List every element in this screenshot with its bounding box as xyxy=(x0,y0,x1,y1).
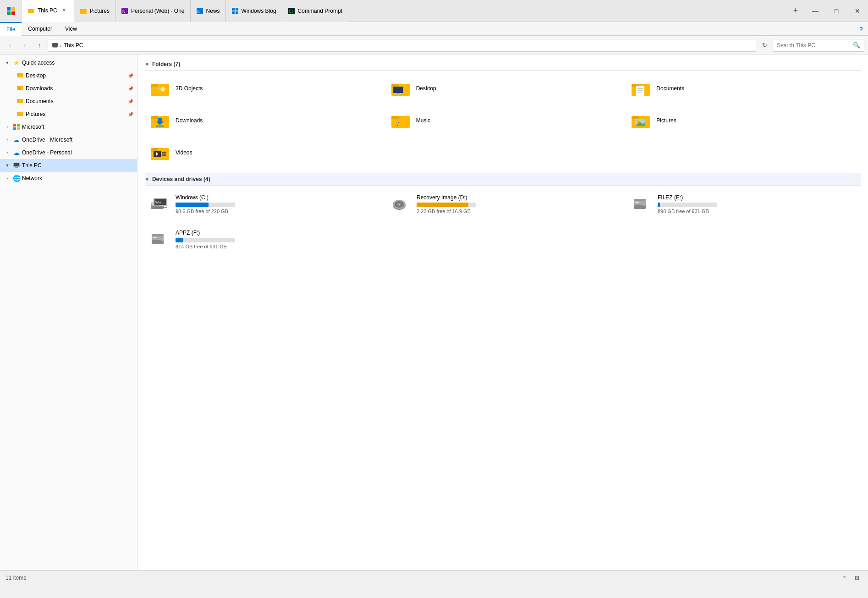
tab-close-this-pc[interactable]: ✕ xyxy=(60,6,68,15)
sidebar-item-this-pc[interactable]: ▼ This PC xyxy=(0,159,137,172)
tab-label-news: News xyxy=(206,8,220,14)
add-tab-button[interactable]: + xyxy=(786,0,805,22)
ribbon-tab-view[interactable]: View xyxy=(59,22,83,36)
drive-icon-f xyxy=(149,230,171,248)
svg-rect-49 xyxy=(636,86,644,96)
sidebar-quick-access[interactable]: ▼ ★ Quick access xyxy=(0,56,137,69)
svg-rect-61 xyxy=(632,116,639,119)
expand-icon-net: › xyxy=(4,175,11,182)
sidebar-item-downloads[interactable]: ↓ Downloads 📌 xyxy=(15,82,137,95)
sidebar-item-microsoft[interactable]: › Microsoft xyxy=(0,121,137,133)
drive-name-c: Windows (C:) xyxy=(176,194,374,201)
tab-windows-blog[interactable]: Windows Blog xyxy=(226,0,282,22)
svg-rect-92 xyxy=(153,237,157,238)
tab-this-pc[interactable]: This PC ✕ xyxy=(22,0,74,22)
minimize-button[interactable]: — xyxy=(805,0,826,22)
svg-rect-15 xyxy=(236,11,238,14)
sidebar-item-pictures[interactable]: Pictures 📌 xyxy=(15,108,137,121)
ribbon-tab-computer[interactable]: Computer xyxy=(22,22,59,36)
folder-name-downloads: Downloads xyxy=(176,117,203,124)
svg-point-88 xyxy=(643,204,645,206)
folder-item-pictures[interactable]: Pictures xyxy=(626,107,861,134)
svg-rect-87 xyxy=(635,202,639,203)
expand-icon: ▼ xyxy=(4,59,11,66)
sidebar-item-documents[interactable]: Documents 📌 xyxy=(15,95,137,108)
sidebar-item-onedrive-ms[interactable]: › ☁ OneDrive - Microsoft xyxy=(0,133,137,146)
up-button[interactable]: ↑ xyxy=(33,39,46,52)
sidebar-item-network[interactable]: › 🌐 Network xyxy=(0,172,137,185)
svg-rect-45 xyxy=(397,93,399,94)
folder-icon-downloads xyxy=(149,111,171,130)
sidebar-label-quick-access: Quick access xyxy=(22,60,133,66)
drive-item-e[interactable]: FILEZ (E:) 898 GB free of 931 GB xyxy=(627,190,861,218)
grid-view-button[interactable]: ⊞ xyxy=(852,572,863,583)
folder-item-music[interactable]: ♪ Music xyxy=(385,107,621,134)
folders-section-header[interactable]: ▼ Folders (7) xyxy=(145,58,861,71)
drive-bar-fill-c xyxy=(176,203,209,207)
list-view-button[interactable]: ≡ xyxy=(839,572,850,583)
onedrive-personal-icon: ☁ xyxy=(13,149,20,156)
tab-onenote[interactable]: N Personal (Web) - One xyxy=(115,0,191,22)
folders-section-title: Folders (7) xyxy=(152,61,180,67)
folder-item-documents[interactable]: Documents xyxy=(626,75,861,102)
drives-section-header[interactable]: ▼ Devices and drives (4) xyxy=(145,173,861,186)
svg-text:Win: Win xyxy=(155,201,161,204)
maximize-button[interactable]: □ xyxy=(826,0,847,22)
onedrive-ms-icon: ☁ xyxy=(13,136,20,143)
search-input[interactable] xyxy=(777,42,851,49)
sidebar-label-microsoft: Microsoft xyxy=(22,124,133,130)
tab-news[interactable]: N News xyxy=(191,0,226,22)
sidebar-item-onedrive-personal[interactable]: › ☁ OneDrive - Personal xyxy=(0,146,137,159)
tab-cmd[interactable]: C: Command Prompt xyxy=(282,0,348,22)
svg-rect-35 xyxy=(14,163,19,166)
address-bar: ‹ › ↑ › This PC ↻ 🔍 xyxy=(0,36,868,55)
window-icon xyxy=(0,0,22,22)
sidebar-label-onedrive-personal: OneDrive - Personal xyxy=(22,149,133,156)
folder-item-downloads[interactable]: Downloads xyxy=(145,107,380,134)
svg-rect-66 xyxy=(151,148,158,151)
title-bar: This PC ✕ Pictures N Personal (Web) - On… xyxy=(0,0,868,22)
drives-chevron: ▼ xyxy=(145,177,149,182)
search-icon: 🔍 xyxy=(853,42,860,49)
sidebar-label-downloads: Downloads xyxy=(26,85,126,92)
drives-section-title: Devices and drives (4) xyxy=(152,176,210,182)
ribbon-tab-file[interactable]: File xyxy=(0,22,22,36)
help-button[interactable]: ? xyxy=(854,22,868,36)
drive-info-e: FILEZ (E:) 898 GB free of 931 GB xyxy=(658,194,857,214)
sidebar-item-desktop[interactable]: Desktop 📌 xyxy=(15,69,137,82)
svg-rect-7 xyxy=(80,9,83,11)
svg-rect-29 xyxy=(17,112,20,113)
expand-icon-odp: › xyxy=(4,149,11,156)
folders-grid: 3D Objects Desktop xyxy=(145,75,861,166)
close-button[interactable]: ✕ xyxy=(847,0,868,22)
folder-icon xyxy=(27,7,35,14)
folder-item-desktop[interactable]: Desktop xyxy=(385,75,621,102)
pin-icon-doc: 📌 xyxy=(128,99,133,104)
address-path[interactable]: › This PC xyxy=(48,39,756,52)
drives-grid: Win Windows (C:) 98.6 GB free of 220 GB xyxy=(145,190,861,253)
folder-item-videos[interactable]: Videos xyxy=(145,139,380,166)
folder-name-3d-objects: 3D Objects xyxy=(176,85,203,92)
drive-item-d[interactable]: Recovery Image (D:) 2.22 GB free of 16.9… xyxy=(386,190,620,218)
main-area: ▼ ★ Quick access Desktop 📌 ↓ Downloads 📌 xyxy=(0,55,868,570)
svg-rect-1 xyxy=(11,7,15,11)
folder-icon-pictures xyxy=(630,111,652,130)
drive-item-f[interactable]: APPZ (F:) 814 GB free of 931 GB xyxy=(145,225,379,253)
svg-text:N: N xyxy=(197,10,200,14)
drive-space-c: 98.6 GB free of 220 GB xyxy=(176,208,374,214)
drive-bar-bg-d xyxy=(417,203,476,207)
expand-icon-odms: › xyxy=(4,136,11,143)
folder-item-3d-objects[interactable]: 3D Objects xyxy=(145,75,380,102)
drive-icon-d xyxy=(390,194,412,213)
view-controls: ≡ ⊞ xyxy=(839,572,863,583)
drive-item-c[interactable]: Win Windows (C:) 98.6 GB free of 220 GB xyxy=(145,190,379,218)
refresh-button[interactable]: ↻ xyxy=(758,39,771,52)
quick-access-items: Desktop 📌 ↓ Downloads 📌 Documents 📌 xyxy=(0,69,137,121)
svg-rect-31 xyxy=(17,124,20,126)
pin-icon-dl: 📌 xyxy=(128,86,133,91)
forward-button: › xyxy=(18,39,31,52)
svg-rect-69 xyxy=(162,152,166,154)
folder-name-videos: Videos xyxy=(176,149,192,156)
tab-pictures[interactable]: Pictures xyxy=(74,0,115,22)
tab-label-cmd: Command Prompt xyxy=(298,8,342,14)
